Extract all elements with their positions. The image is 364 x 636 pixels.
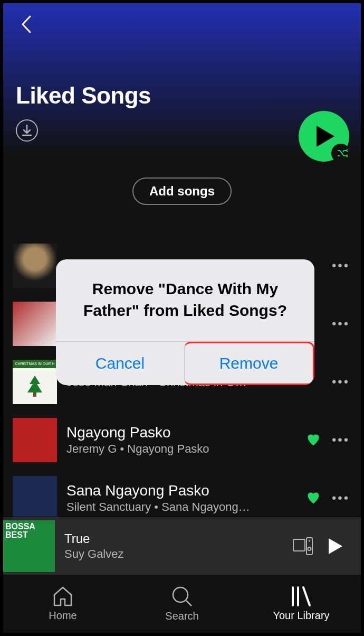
devices-button[interactable] — [290, 534, 315, 559]
more-button[interactable]: ••• — [330, 488, 351, 509]
app-screen: Liked Songs Add songs Dance With My Fath… — [3, 3, 361, 633]
now-playing-meta: True Suy Galvez — [62, 531, 283, 561]
track-subtitle: Silent Sanctuary • Sana Ngayong… — [66, 500, 296, 514]
track-title: Sana Ngayong Pasko — [66, 482, 296, 499]
album-art — [13, 418, 57, 462]
page-title: Liked Songs — [16, 82, 348, 109]
album-art — [13, 244, 57, 288]
svg-point-3 — [309, 540, 310, 541]
more-button[interactable]: ••• — [330, 255, 351, 276]
track-title: Ngayong Pasko — [66, 424, 296, 441]
now-playing-play-button[interactable] — [323, 534, 348, 559]
track-subtitle: Jeremy G • Ngayong Pasko — [66, 442, 296, 456]
album-art: CHRISTMAS IN OUR H — [13, 360, 57, 404]
download-icon — [22, 125, 32, 136]
shuffle-icon — [337, 149, 348, 157]
heart-icon[interactable] — [306, 433, 321, 447]
svg-rect-1 — [293, 539, 305, 551]
svg-rect-0 — [33, 392, 36, 397]
home-icon — [52, 586, 73, 606]
tab-library[interactable]: Your Library — [242, 575, 361, 633]
tab-label: Search — [165, 610, 198, 622]
more-button[interactable]: ••• — [330, 429, 351, 451]
heart-icon[interactable] — [306, 491, 321, 506]
remove-button[interactable]: Remove — [184, 342, 314, 385]
add-songs-button[interactable]: Add songs — [132, 177, 232, 205]
confirm-dialog: Remove "Dance With My Father" from Liked… — [56, 259, 314, 385]
library-icon — [291, 586, 312, 606]
dialog-buttons: Cancel Remove — [56, 341, 314, 385]
now-playing-title: True — [64, 531, 283, 546]
now-playing-artist: Suy Galvez — [64, 547, 283, 561]
back-button[interactable] — [16, 14, 37, 35]
now-playing-bar[interactable]: BOSSABEST True Suy Galvez — [3, 517, 361, 575]
cancel-button[interactable]: Cancel — [56, 342, 184, 385]
play-button[interactable] — [299, 111, 349, 162]
svg-point-5 — [173, 587, 188, 602]
tab-bar: Home Search Your Library — [3, 575, 361, 633]
dialog-message: Remove "Dance With My Father" from Liked… — [56, 259, 314, 341]
chevron-left-icon — [21, 15, 32, 33]
play-icon — [317, 126, 334, 147]
track-row[interactable]: Ngayong Pasko Jeremy G • Ngayong Pasko •… — [13, 411, 351, 469]
track-row[interactable]: Sana Ngayong Pasko Silent Sanctuary • Sa… — [13, 469, 351, 517]
tab-search[interactable]: Search — [122, 575, 242, 633]
more-button[interactable]: ••• — [330, 313, 351, 334]
track-meta: Ngayong Pasko Jeremy G • Ngayong Pasko — [66, 424, 296, 456]
album-art — [13, 302, 57, 346]
shuffle-badge — [331, 144, 350, 163]
svg-point-4 — [308, 547, 311, 550]
play-icon — [329, 538, 342, 554]
track-meta: Sana Ngayong Pasko Silent Sanctuary • Sa… — [66, 482, 296, 514]
tab-label: Your Library — [273, 610, 329, 622]
now-playing-art: BOSSABEST — [3, 520, 55, 572]
download-button[interactable] — [16, 119, 38, 142]
header: Liked Songs — [3, 3, 361, 156]
tab-home[interactable]: Home — [3, 575, 122, 633]
search-icon — [171, 586, 193, 607]
album-art — [13, 476, 57, 517]
devices-icon — [293, 537, 313, 555]
tab-label: Home — [49, 610, 76, 622]
more-button[interactable]: ••• — [330, 371, 351, 392]
